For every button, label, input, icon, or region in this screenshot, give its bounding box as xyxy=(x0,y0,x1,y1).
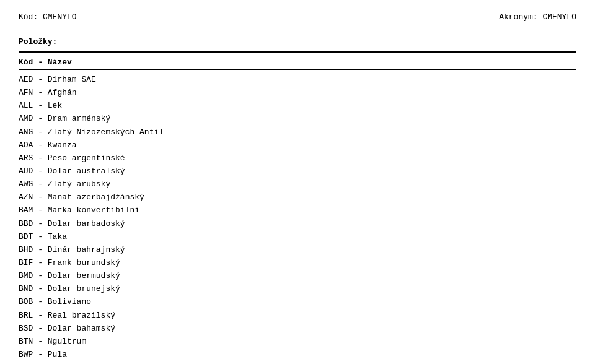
list-item: BHD - Dinár bahrajnský xyxy=(19,244,576,256)
list-item: BOB - Boliviano xyxy=(19,296,576,308)
list-item: BIF - Frank burundský xyxy=(19,257,576,269)
list-item: AUD - Dolar australský xyxy=(19,165,576,178)
items-list: AED - Dirham SAEAFN - AfghánALL - LekAMD… xyxy=(19,74,576,364)
list-item: ALL - Lek xyxy=(19,100,576,112)
header-right: Akronym: CMENYFO xyxy=(499,12,576,22)
list-item: BND - Dolar brunejský xyxy=(19,283,576,295)
list-item: ANG - Zlatý Nizozemských Antil xyxy=(19,126,576,139)
list-item: BDT - Taka xyxy=(19,231,576,243)
polozky-title: Položky: xyxy=(19,37,576,46)
col-header: Kód - Název xyxy=(19,58,576,70)
list-item: AED - Dirham SAE xyxy=(19,74,576,86)
list-item: BAM - Marka konvertibilní xyxy=(19,204,576,217)
list-item: AZN - Manat azerbajdžánský xyxy=(19,191,576,204)
list-item: AMD - Dram arménský xyxy=(19,113,576,125)
list-item: BBD - Dolar barbadoský xyxy=(19,218,576,230)
list-item: BYR - Rubl běloruský xyxy=(19,362,576,364)
list-item: AWG - Zlatý arubský xyxy=(19,178,576,191)
list-item: ARS - Peso argentinské xyxy=(19,152,576,165)
list-item: BWP - Pula xyxy=(19,349,576,361)
akronym-label: Akronym: CMENYFO xyxy=(499,12,576,22)
list-item: BSD - Dolar bahamský xyxy=(19,323,576,335)
list-item: AFN - Afghán xyxy=(19,87,576,99)
header-left: Kód: CMENYFO xyxy=(19,12,77,22)
list-item: BRL - Real brazilský xyxy=(19,310,576,322)
list-item: BTN - Ngultrum xyxy=(19,336,576,348)
page-header: Kód: CMENYFO Akronym: CMENYFO xyxy=(19,12,576,27)
list-item: BMD - Dolar bermudský xyxy=(19,270,576,282)
kod-label: Kód: CMENYFO xyxy=(19,12,77,22)
list-item: AOA - Kwanza xyxy=(19,139,576,152)
top-divider xyxy=(19,51,576,53)
